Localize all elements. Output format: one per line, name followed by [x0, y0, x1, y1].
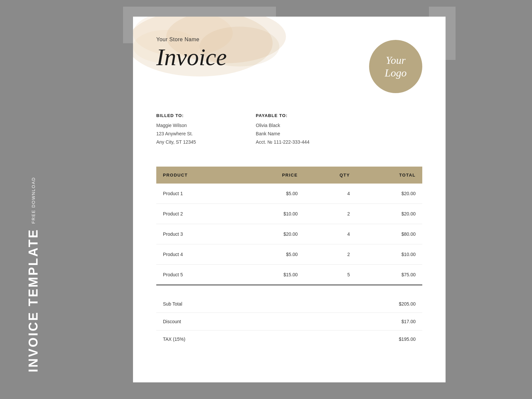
row-3-price: $5.00 [240, 244, 304, 264]
table-row: Product 4 $5.00 2 $10.00 [156, 244, 422, 264]
payable-to-label: PAYABLE TO: [256, 113, 309, 118]
header-left: Your Store Name Invoice [156, 37, 227, 69]
logo-text: Your Logo [385, 54, 407, 79]
row-2-qty: 4 [304, 224, 356, 244]
totals-section: Sub Total $205.00 Discount $17.00 TAX (1… [156, 295, 422, 348]
row-4-product: Product 5 [156, 264, 240, 285]
billed-to-label: BILLED TO: [156, 113, 196, 118]
row-2-total: $80.00 [356, 224, 422, 244]
side-template-label: INVOICE TEMPLATE [26, 228, 41, 372]
row-4-total: $75.00 [356, 264, 422, 285]
billed-address1: 123 Anywhere St. [156, 131, 193, 136]
table-header-row: PRODUCT PRICE QTY TOTAL [156, 167, 422, 184]
invoice-header: Your Store Name Invoice Your Logo [156, 37, 422, 93]
payable-to-info: Olivia Black Bank Name Acct. № 111-222-3… [256, 121, 309, 147]
table-body: Product 1 $5.00 4 $20.00 Product 2 $10.0… [156, 184, 422, 285]
discount-row: Discount $17.00 [156, 313, 422, 331]
row-3-qty: 2 [304, 244, 356, 264]
row-0-price: $5.00 [240, 184, 304, 204]
side-label: FREE DOWNLOAD INVOICE TEMPLATE [0, 0, 66, 399]
table-row: Product 3 $20.00 4 $80.00 [156, 224, 422, 244]
row-4-qty: 5 [304, 264, 356, 285]
row-2-product: Product 3 [156, 224, 240, 244]
row-0-total: $20.00 [356, 184, 422, 204]
row-2-price: $20.00 [240, 224, 304, 244]
invoice-title: Invoice [156, 45, 227, 69]
table-row: Product 5 $15.00 5 $75.00 [156, 264, 422, 285]
row-4-price: $15.00 [240, 264, 304, 285]
table-row: Product 1 $5.00 4 $20.00 [156, 184, 422, 204]
row-1-price: $10.00 [240, 203, 304, 224]
payable-to-col: PAYABLE TO: Olivia Black Bank Name Acct.… [256, 113, 309, 147]
table-head: PRODUCT PRICE QTY TOTAL [156, 167, 422, 184]
col-header-qty: QTY [304, 167, 356, 184]
row-0-product: Product 1 [156, 184, 240, 204]
payable-bank: Bank Name [256, 131, 280, 136]
discount-label: Discount [163, 319, 181, 324]
row-1-total: $20.00 [356, 203, 422, 224]
logo-circle: Your Logo [369, 40, 422, 93]
row-3-product: Product 4 [156, 244, 240, 264]
tax-label: TAX (15%) [163, 336, 185, 342]
logo-line2: Logo [385, 67, 407, 79]
side-free-download: FREE DOWNLOAD [31, 177, 36, 224]
store-name: Your Store Name [156, 37, 227, 43]
tax-row: TAX (15%) $195.00 [156, 331, 422, 348]
discount-value: $17.00 [401, 319, 416, 324]
col-header-price: PRICE [240, 167, 304, 184]
billed-to-col: BILLED TO: Maggie Wilson 123 Anywhere St… [156, 113, 196, 147]
payable-name: Olivia Black [256, 123, 280, 128]
row-3-total: $10.00 [356, 244, 422, 264]
billed-name: Maggie Wilson [156, 123, 187, 128]
row-0-qty: 4 [304, 184, 356, 204]
col-header-total: TOTAL [356, 167, 422, 184]
invoice-document: Your Store Name Invoice Your Logo BILLED… [133, 17, 446, 382]
row-1-qty: 2 [304, 203, 356, 224]
table-row: Product 2 $10.00 2 $20.00 [156, 203, 422, 224]
subtotal-label: Sub Total [163, 301, 182, 307]
row-1-product: Product 2 [156, 203, 240, 224]
tax-value: $195.00 [399, 336, 416, 342]
document-wrapper: Your Store Name Invoice Your Logo BILLED… [133, 17, 446, 382]
logo-line1: Your [386, 54, 405, 66]
subtotal-row: Sub Total $205.00 [156, 295, 422, 313]
billed-to-info: Maggie Wilson 123 Anywhere St. Any City,… [156, 121, 196, 147]
billing-section: BILLED TO: Maggie Wilson 123 Anywhere St… [156, 113, 422, 147]
subtotal-value: $205.00 [399, 301, 416, 307]
invoice-table: PRODUCT PRICE QTY TOTAL Product 1 $5.00 … [156, 167, 422, 285]
billed-address2: Any City, ST 12345 [156, 139, 196, 145]
payable-account: Acct. № 111-222-333-444 [256, 139, 309, 145]
col-header-product: PRODUCT [156, 167, 240, 184]
